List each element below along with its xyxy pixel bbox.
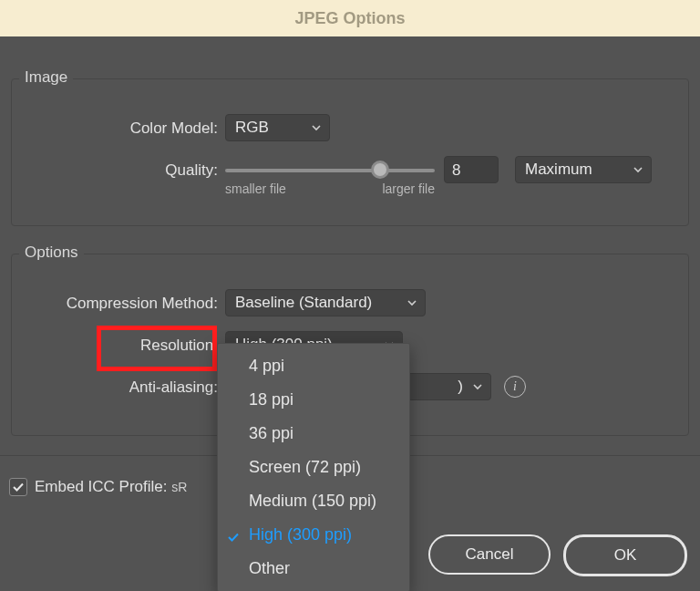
window-title: JPEG Options bbox=[0, 0, 700, 36]
resolution-option[interactable]: 36 ppi bbox=[218, 417, 409, 451]
image-group: Image Color Model: RGB Quality: smaller … bbox=[11, 78, 689, 226]
compression-select[interactable]: Baseline (Standard) bbox=[225, 289, 426, 316]
resolution-option-label: Other bbox=[249, 559, 290, 578]
resolution-option-label: 18 ppi bbox=[249, 390, 293, 410]
resolution-option[interactable]: 4 ppi bbox=[218, 349, 409, 383]
embed-icc-label: Embed ICC Profile: sR bbox=[35, 478, 187, 496]
chevron-down-icon bbox=[311, 122, 322, 133]
resolution-option-label: 4 ppi bbox=[249, 357, 284, 376]
chevron-down-icon bbox=[407, 297, 417, 308]
resolution-option-label: 36 ppi bbox=[249, 424, 293, 443]
color-model-select[interactable]: RGB bbox=[225, 114, 330, 141]
check-icon bbox=[227, 529, 240, 542]
cancel-button[interactable]: Cancel bbox=[428, 534, 551, 575]
resolution-option-label: High (300 ppi) bbox=[249, 525, 352, 544]
color-model-label: Color Model: bbox=[26, 114, 225, 143]
resolution-dropdown-menu[interactable]: 4 ppi18 ppi36 ppiScreen (72 ppi)Medium (… bbox=[217, 343, 410, 591]
resolution-option-label: Medium (150 ppi) bbox=[249, 492, 376, 511]
quality-max-caption: larger file bbox=[382, 181, 435, 196]
resolution-option-label: Screen (72 ppi) bbox=[249, 458, 361, 477]
resolution-option[interactable]: Medium (150 ppi) bbox=[218, 484, 409, 518]
anti-alias-label: Anti-aliasing: bbox=[26, 373, 225, 402]
resolution-option[interactable]: Other bbox=[218, 552, 409, 586]
quality-slider-thumb[interactable] bbox=[371, 161, 389, 179]
color-model-value: RGB bbox=[235, 119, 269, 137]
quality-min-caption: smaller file bbox=[225, 181, 286, 196]
quality-preset-value: Maximum bbox=[525, 161, 592, 179]
chevron-down-icon bbox=[472, 381, 483, 392]
quality-label: Quality: bbox=[26, 156, 225, 185]
quality-value-input[interactable]: 8 bbox=[444, 156, 499, 183]
anti-alias-value-fragment: ) bbox=[458, 378, 463, 396]
quality-preset-select[interactable]: Maximum bbox=[515, 156, 652, 183]
chevron-down-icon bbox=[633, 164, 643, 175]
resolution-label: Resolution: bbox=[26, 331, 225, 360]
info-icon[interactable]: i bbox=[504, 376, 526, 398]
resolution-option[interactable]: High (300 ppi) bbox=[218, 518, 409, 552]
ok-button[interactable]: OK bbox=[563, 534, 687, 576]
quality-slider[interactable]: smaller file larger file bbox=[225, 156, 435, 196]
compression-value: Baseline (Standard) bbox=[235, 294, 372, 312]
image-group-title: Image bbox=[19, 68, 73, 87]
options-group-title: Options bbox=[19, 244, 84, 262]
embed-icc-checkbox[interactable] bbox=[9, 478, 27, 496]
resolution-option[interactable]: Screen (72 ppi) bbox=[218, 451, 409, 484]
compression-label: Compression Method: bbox=[26, 289, 225, 318]
resolution-option[interactable]: 18 ppi bbox=[218, 383, 409, 417]
